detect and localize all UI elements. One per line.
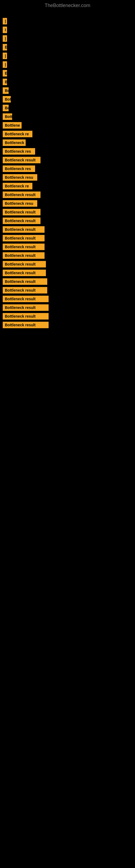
list-item: Bottleneck result <box>0 157 135 163</box>
list-item: E <box>0 44 135 51</box>
bottleneck-label: Bottleneck result <box>3 313 49 319</box>
site-title: TheBottlenecker.com <box>0 0 135 10</box>
bottleneck-label: Bo <box>3 105 9 111</box>
bottleneck-label: Bott <box>3 113 12 120</box>
bottleneck-label: Bottleneck resu <box>3 200 37 207</box>
items-container: |I|E||EBBoBotBoBottBottleneBottleneck re… <box>0 10 135 330</box>
bottleneck-label: Bottleneck <box>3 140 26 146</box>
bottleneck-label: Bot <box>3 96 11 102</box>
bottleneck-label: I <box>3 27 7 33</box>
list-item: | <box>0 35 135 42</box>
list-item: Bottleneck result <box>0 304 135 311</box>
list-item: Bottleneck re <box>0 183 135 189</box>
list-item: E <box>0 70 135 76</box>
list-item: Bottleneck result <box>0 296 135 302</box>
bottleneck-label: Bottleneck re <box>3 183 32 189</box>
bottleneck-label: Bottleneck result <box>3 270 46 276</box>
bottleneck-label: Bottleneck re <box>3 131 32 137</box>
bottleneck-label: Bottleneck result <box>3 287 47 293</box>
bottleneck-label: Bottleneck resu <box>3 174 37 181</box>
bottleneck-label: Bottleneck result <box>3 296 49 302</box>
bottleneck-label: Bottlene <box>3 122 21 129</box>
list-item: Bottleneck result <box>0 191 135 198</box>
list-item: | <box>0 18 135 24</box>
bottleneck-label: E <box>3 70 7 76</box>
list-item: Bottleneck result <box>0 270 135 276</box>
list-item: | <box>0 53 135 59</box>
bottleneck-label: Bottleneck result <box>3 322 49 328</box>
list-item: Bo <box>0 105 135 111</box>
list-item: Bottleneck result <box>0 209 135 215</box>
bottleneck-label: Bottleneck result <box>3 261 46 268</box>
list-item: Bottleneck result <box>0 252 135 259</box>
bottleneck-label: B <box>3 79 7 85</box>
bottleneck-label: Bottleneck result <box>3 252 45 259</box>
list-item: Bottleneck result <box>0 313 135 319</box>
bottleneck-label: Bottleneck result <box>3 235 45 241</box>
list-item: Bottleneck re <box>0 131 135 137</box>
bottleneck-label: Bottleneck result <box>3 278 47 285</box>
bottleneck-label: E <box>3 44 7 51</box>
bottleneck-label: | <box>3 61 7 68</box>
list-item: Bottleneck resu <box>0 174 135 181</box>
list-item: Bottleneck res <box>0 148 135 155</box>
list-item: I <box>0 27 135 33</box>
list-item: Bo <box>0 87 135 94</box>
list-item: Bottleneck <box>0 140 135 146</box>
bottleneck-label: | <box>3 18 7 24</box>
bottleneck-label: | <box>3 35 7 42</box>
list-item: Bottleneck result <box>0 261 135 268</box>
bottleneck-label: Bottleneck res <box>3 148 35 155</box>
list-item: | <box>0 61 135 68</box>
list-item: Bottleneck result <box>0 287 135 293</box>
bottleneck-label: Bottleneck result <box>3 191 41 198</box>
list-item: Bottleneck result <box>0 235 135 241</box>
list-item: B <box>0 79 135 85</box>
list-item: Bottleneck result <box>0 218 135 224</box>
bottleneck-label: Bottleneck res <box>3 165 35 172</box>
bottleneck-label: Bo <box>3 87 9 94</box>
list-item: Bottleneck result <box>0 244 135 250</box>
list-item: Bottleneck res <box>0 165 135 172</box>
list-item: Bott <box>0 113 135 120</box>
list-item: Bot <box>0 96 135 102</box>
bottleneck-label: Bottleneck result <box>3 304 49 311</box>
list-item: Bottleneck result <box>0 322 135 328</box>
bottleneck-label: Bottleneck result <box>3 244 45 250</box>
bottleneck-label: Bottleneck result <box>3 226 45 233</box>
bottleneck-label: Bottleneck result <box>3 157 41 163</box>
list-item: Bottlene <box>0 122 135 129</box>
bottleneck-label: | <box>3 53 7 59</box>
bottleneck-label: Bottleneck result <box>3 218 41 224</box>
list-item: Bottleneck result <box>0 278 135 285</box>
list-item: Bottleneck resu <box>0 200 135 207</box>
bottleneck-label: Bottleneck result <box>3 209 41 215</box>
list-item: Bottleneck result <box>0 226 135 233</box>
